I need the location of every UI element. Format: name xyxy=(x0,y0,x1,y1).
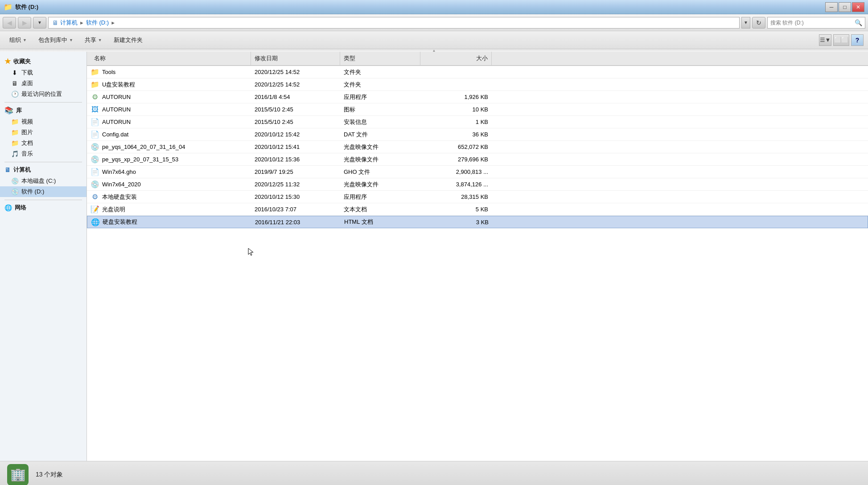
include-library-label: 包含到库中 xyxy=(38,36,67,44)
file-cell-name: 💿 pe_yqs_xp_20_07_31_15_53 xyxy=(91,155,255,164)
sidebar-section-library: 📚 库 📁 视频 📁 图片 📁 文档 🎵 音乐 xyxy=(0,104,86,159)
sidebar-favorites-header[interactable]: ★ 收藏夹 xyxy=(0,55,86,67)
status-text: 13 个对象 xyxy=(36,471,63,479)
table-row[interactable]: 📝 光盘说明 2016/10/23 7:07 文本文档 5 KB xyxy=(87,203,868,216)
sidebar-item-pictures[interactable]: 📁 图片 xyxy=(0,127,86,138)
file-cell-size: 3 KB xyxy=(424,219,496,226)
file-cell-size: 10 KB xyxy=(424,106,495,113)
table-row[interactable]: 💿 pe_yqs_xp_20_07_31_15_53 2020/10/12 15… xyxy=(87,153,868,166)
preview-button[interactable]: ⬜⬜ xyxy=(833,34,849,46)
toolbar-right: ☰▼ ⬜⬜ ? xyxy=(819,34,864,46)
sidebar-item-music[interactable]: 🎵 音乐 xyxy=(0,148,86,159)
sidebar-item-d-drive[interactable]: 💿 软件 (D:) xyxy=(0,186,86,197)
file-cell-size: 2,900,813 ... xyxy=(424,169,495,175)
file-name: AUTORUN xyxy=(102,119,131,125)
documents-label: 文档 xyxy=(21,139,33,147)
file-cell-date: 2020/12/25 14:52 xyxy=(255,81,344,88)
minimize-button[interactable]: ─ xyxy=(825,2,838,12)
sidebar-item-recent[interactable]: 🕐 最近访问的位置 xyxy=(0,89,86,99)
file-cell-date: 2020/12/25 14:52 xyxy=(255,69,344,75)
file-date: 2020/12/25 14:52 xyxy=(255,81,300,88)
new-folder-button[interactable]: 新建文件夹 xyxy=(109,33,148,47)
file-type-icon: 🌐 xyxy=(91,218,100,226)
address-dropdown[interactable]: ▼ xyxy=(741,17,750,29)
close-button[interactable]: ✕ xyxy=(852,2,864,12)
col-header-size[interactable]: 大小 xyxy=(420,52,492,65)
sidebar-item-download[interactable]: ⬇ 下载 xyxy=(0,67,86,78)
table-row[interactable]: ⚙ AUTORUN 2016/1/8 4:54 应用程序 1,926 KB xyxy=(87,91,868,103)
search-icon[interactable]: 🔍 xyxy=(855,19,862,26)
titlebar-icon: 📁 xyxy=(4,3,12,11)
sidebar-library-header[interactable]: 📚 库 xyxy=(0,104,86,116)
col-header-type[interactable]: 类型 xyxy=(340,52,420,65)
recent-button[interactable]: ▼ xyxy=(33,17,46,29)
file-name: 光盘说明 xyxy=(102,206,125,214)
file-type-icon: 🖼 xyxy=(91,105,99,114)
search-input[interactable] xyxy=(770,20,853,26)
file-cell-type: DAT 文件 xyxy=(344,131,424,139)
forward-button[interactable]: ▶ xyxy=(18,17,31,29)
table-row[interactable]: 💿 Win7x64_2020 2020/12/25 11:32 光盘映像文件 3… xyxy=(87,178,868,191)
download-label: 下载 xyxy=(21,69,33,77)
file-type-icon: 📝 xyxy=(91,205,99,214)
sidebar-section-favorites: ★ 收藏夹 ⬇ 下载 🖥 桌面 🕐 最近访问的位置 xyxy=(0,55,86,99)
organize-button[interactable]: 组织 ▼ xyxy=(4,33,32,47)
file-cell-date: 2015/5/10 2:45 xyxy=(255,106,344,113)
table-row[interactable]: 📄 Win7x64.gho 2019/9/7 19:25 GHO 文件 2,90… xyxy=(87,166,868,178)
organize-arrow: ▼ xyxy=(23,38,27,42)
computer-label: 计算机 xyxy=(13,166,31,174)
table-row[interactable]: 📁 U盘安装教程 2020/12/25 14:52 文件夹 xyxy=(87,78,868,91)
sidebar-network-header[interactable]: 🌐 网络 xyxy=(0,202,86,214)
file-cell-type: 应用程序 xyxy=(344,93,424,101)
col-header-name[interactable]: 名称 xyxy=(91,52,251,65)
sidebar-item-c-drive[interactable]: 💿 本地磁盘 (C:) xyxy=(0,176,86,186)
file-name: Config.dat xyxy=(102,131,128,138)
file-cell-name: 🌐 硬盘安装教程 xyxy=(91,218,255,226)
file-date: 2016/11/21 22:03 xyxy=(255,219,300,226)
sidebar-divider-3 xyxy=(4,200,82,200)
sidebar-section-network: 🌐 网络 xyxy=(0,202,86,214)
share-button[interactable]: 共享 ▼ xyxy=(80,33,107,47)
back-button[interactable]: ◀ xyxy=(3,17,16,29)
table-row[interactable]: ⚙ 本地硬盘安装 2020/10/12 15:30 应用程序 28,315 KB xyxy=(87,191,868,203)
search-bar: 🔍 xyxy=(767,17,865,29)
file-name: AUTORUN xyxy=(102,106,131,113)
file-type-icon: 📄 xyxy=(91,130,99,139)
file-cell-type: HTML 文档 xyxy=(344,218,424,226)
crumb-sep-1: ► xyxy=(79,20,84,25)
sidebar-computer-header[interactable]: 🖥 计算机 xyxy=(0,164,86,176)
table-row[interactable]: 📁 Tools 2020/12/25 14:52 文件夹 xyxy=(87,66,868,78)
table-row[interactable]: 💿 pe_yqs_1064_20_07_31_16_04 2020/10/12 … xyxy=(87,141,868,153)
sidebar-item-documents[interactable]: 📁 文档 xyxy=(0,138,86,148)
maximize-button[interactable]: □ xyxy=(839,2,851,12)
main-area: ★ 收藏夹 ⬇ 下载 🖥 桌面 🕐 最近访问的位置 📚 库 xyxy=(0,52,868,461)
library-icon: 📚 xyxy=(4,106,13,115)
documents-icon: 📁 xyxy=(11,140,19,147)
file-cell-name: 📄 AUTORUN xyxy=(91,118,255,127)
sidebar-item-video[interactable]: 📁 视频 xyxy=(0,116,86,127)
file-list-header: 名称 修改日期 类型 大小 xyxy=(87,52,868,66)
sidebar-item-desktop[interactable]: 🖥 桌面 xyxy=(0,78,86,89)
crumb-computer[interactable]: 计算机 xyxy=(60,19,78,27)
help-button[interactable]: ? xyxy=(851,34,864,46)
refresh-button[interactable]: ↻ xyxy=(752,17,765,29)
file-name: Win7x64_2020 xyxy=(102,181,141,188)
include-library-button[interactable]: 包含到库中 ▼ xyxy=(33,33,78,47)
table-row[interactable]: 🖼 AUTORUN 2015/5/10 2:45 图标 10 KB xyxy=(87,103,868,116)
file-cell-date: 2020/10/12 15:30 xyxy=(255,193,344,200)
file-cell-name: 📁 U盘安装教程 xyxy=(91,80,255,89)
table-row[interactable]: 📄 Config.dat 2020/10/12 15:42 DAT 文件 36 … xyxy=(87,128,868,141)
table-row[interactable]: 🌐 硬盘安装教程 2016/11/21 22:03 HTML 文档 3 KB xyxy=(87,216,868,228)
table-row[interactable]: 📄 AUTORUN 2015/5/10 2:45 安装信息 1 KB xyxy=(87,116,868,128)
file-name: U盘安装教程 xyxy=(102,81,135,89)
crumb-drive[interactable]: 软件 (D:) xyxy=(86,19,109,27)
d-drive-label: 软件 (D:) xyxy=(21,188,44,196)
file-cell-type: 文本文档 xyxy=(344,206,424,214)
file-size: 3,874,126 ... xyxy=(456,181,488,188)
col-header-date[interactable]: 修改日期 xyxy=(251,52,340,65)
file-cell-type: 安装信息 xyxy=(344,118,424,126)
view-options-button[interactable]: ☰▼ xyxy=(819,34,831,46)
file-type-icon: ⚙ xyxy=(91,193,99,201)
network-label: 网络 xyxy=(15,204,26,212)
file-type-icon: 💿 xyxy=(91,155,99,164)
